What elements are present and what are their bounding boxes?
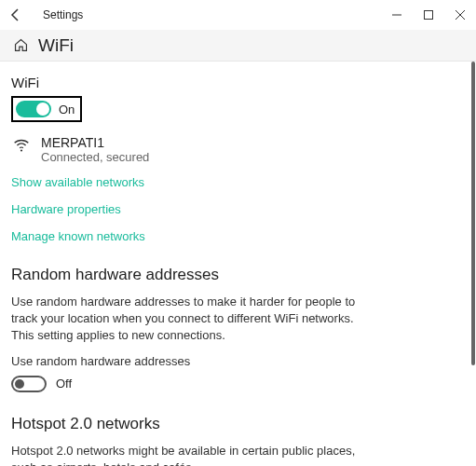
close-icon [456,10,465,20]
page-header: WiFi [0,30,476,62]
maximize-button[interactable] [413,2,444,28]
wifi-signal-icon [11,135,32,156]
manage-known-networks-link[interactable]: Manage known networks [11,229,465,243]
scrollbar[interactable] [469,62,475,466]
random-hw-toggle-state: Off [56,377,72,391]
back-button[interactable] [0,0,32,30]
close-button[interactable] [444,2,476,28]
hotspot-heading: Hotspot 2.0 networks [11,415,465,433]
scroll-thumb[interactable] [471,62,475,365]
hardware-properties-link[interactable]: Hardware properties [11,202,465,216]
network-name: MERPATI1 [41,135,149,150]
arrow-left-icon [8,7,23,22]
maximize-icon [424,10,433,20]
wifi-toggle[interactable] [16,101,51,117]
random-hw-description: Use random hardware addresses to make it… [11,294,356,345]
current-network[interactable]: MERPATI1 Connected, secured [11,135,465,164]
random-hw-heading: Random hardware addresses [11,266,465,284]
page-title: WiFi [38,35,74,56]
show-available-networks-link[interactable]: Show available networks [11,175,465,189]
titlebar: Settings [0,0,476,30]
svg-rect-1 [425,11,433,20]
home-icon[interactable] [13,37,29,53]
content-area: WiFi On MERPATI1 Connected, secured Show… [0,62,476,466]
network-status: Connected, secured [41,150,149,164]
minimize-button[interactable] [381,2,413,28]
hotspot-description: Hotspot 2.0 networks might be available … [11,443,356,466]
random-hw-toggle-label: Use random hardware addresses [11,354,465,368]
wifi-heading: WiFi [11,75,465,90]
wifi-toggle-state: On [59,103,75,116]
wifi-toggle-highlight: On [11,96,82,122]
random-hw-toggle[interactable] [11,376,47,392]
svg-point-2 [20,149,22,151]
random-hw-toggle-row: Off [11,376,465,392]
minimize-icon [392,10,401,20]
window-title: Settings [43,8,83,21]
